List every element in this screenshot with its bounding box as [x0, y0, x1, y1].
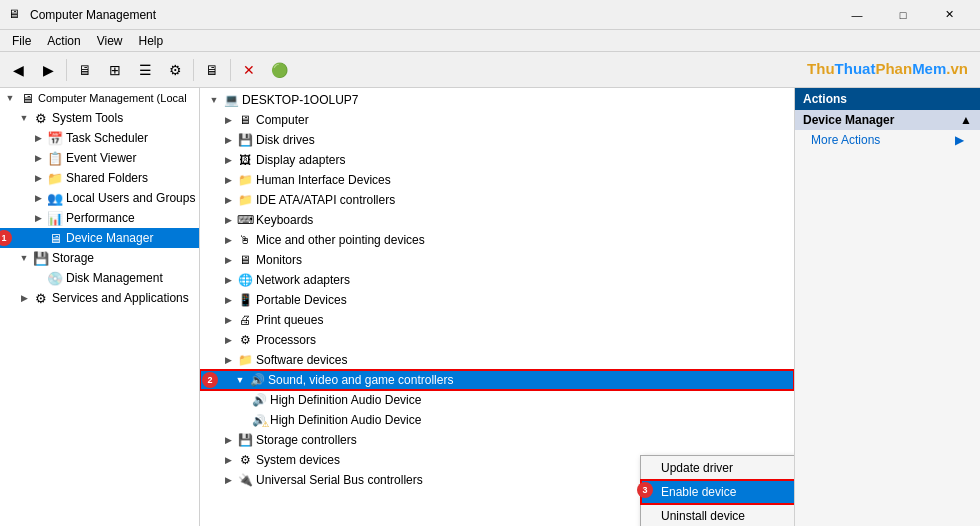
audio1-icon: 🔊 — [251, 392, 267, 408]
minimize-button[interactable]: — — [834, 0, 880, 30]
expand-icon: ▶ — [18, 293, 30, 303]
grid-button[interactable]: ⊞ — [101, 56, 129, 84]
tree-root[interactable]: ▼ 🖥 Computer Management (Local — [0, 88, 199, 108]
maximize-button[interactable]: □ — [880, 0, 926, 30]
tree-shared-folders[interactable]: ▶ 📁 Shared Folders — [0, 168, 199, 188]
dev-computer[interactable]: ▶ 🖥 Computer — [200, 110, 794, 130]
tree-services-label: Services and Applications — [52, 291, 189, 305]
tree-device-manager[interactable]: 1 🖥 Device Manager — [0, 228, 199, 248]
forward-button[interactable]: ▶ — [34, 56, 62, 84]
event-icon: 📋 — [47, 150, 63, 166]
titlebar: 🖥 Computer Management — □ ✕ — [0, 0, 980, 30]
dev-audio2[interactable]: 🔊⚠ High Definition Audio Device — [200, 410, 794, 430]
computer-icon: 🖥 — [19, 90, 35, 106]
action-section-device-manager[interactable]: Device Manager ▲ — [795, 110, 980, 130]
toolbar-separator — [66, 59, 67, 81]
dev-mice[interactable]: ▶ 🖱 Mice and other pointing devices — [200, 230, 794, 250]
expand-icon: ▼ — [4, 93, 16, 103]
desktop-icon: 💻 — [223, 92, 239, 108]
dev-software[interactable]: ▶ 📁 Software devices — [200, 350, 794, 370]
perf-icon: 📊 — [47, 210, 63, 226]
dev-processors[interactable]: ▶ ⚙ Processors — [200, 330, 794, 350]
refresh-button[interactable]: 🟢 — [265, 56, 293, 84]
right-panel: Actions Device Manager ▲ More Actions ▶ — [795, 88, 980, 526]
software-icon: 📁 — [237, 352, 253, 368]
expand-icon: ▶ — [222, 195, 234, 205]
menu-view[interactable]: View — [89, 32, 131, 50]
tree-disk-mgmt[interactable]: 💿 Disk Management — [0, 268, 199, 288]
action-more-actions[interactable]: More Actions ▶ — [795, 130, 980, 150]
dev-root[interactable]: ▼ 💻 DESKTOP-1OOLUP7 — [200, 90, 794, 110]
tree-shared-folders-label: Shared Folders — [66, 171, 148, 185]
expand-icon: ▶ — [222, 175, 234, 185]
ctx-update-driver[interactable]: Update driver — [641, 456, 795, 480]
ctx-uninstall-device[interactable]: Uninstall device — [641, 504, 795, 526]
actions-header: Actions — [795, 88, 980, 110]
keyboard-icon: ⌨ — [237, 212, 253, 228]
dev-network-label: Network adapters — [256, 273, 350, 287]
expand-icon: ▼ — [234, 375, 246, 385]
properties-button[interactable]: ⚙ — [161, 56, 189, 84]
tree-task-scheduler[interactable]: ▶ 📅 Task Scheduler — [0, 128, 199, 148]
tree-root-label: Computer Management (Local — [38, 92, 187, 104]
dev-keyboards[interactable]: ▶ ⌨ Keyboards — [200, 210, 794, 230]
delete-button[interactable]: ✕ — [235, 56, 263, 84]
dev-disk[interactable]: ▶ 💾 Disk drives — [200, 130, 794, 150]
expand-icon: ▶ — [222, 355, 234, 365]
computer-mgmt-button[interactable]: 🖥 — [71, 56, 99, 84]
expand-icon: ▶ — [222, 215, 234, 225]
tree-local-users[interactable]: ▶ 👥 Local Users and Groups — [0, 188, 199, 208]
tree-disk-mgmt-label: Disk Management — [66, 271, 163, 285]
badge-2: 2 — [202, 372, 218, 388]
badge-3: 3 — [637, 482, 653, 498]
expand-icon: ▼ — [18, 113, 30, 123]
dev-display-label: Display adapters — [256, 153, 345, 167]
dev-usb-label: Universal Serial Bus controllers — [256, 473, 423, 487]
expand-icon: ▼ — [18, 253, 30, 263]
app-icon: 🖥 — [8, 7, 24, 23]
monitor-button[interactable]: 🖥 — [198, 56, 226, 84]
left-panel: ▼ 🖥 Computer Management (Local ▼ ⚙ Syste… — [0, 88, 200, 526]
dev-print-label: Print queues — [256, 313, 323, 327]
computer-icon: 🖥 — [237, 112, 253, 128]
dev-hid[interactable]: ▶ 📁 Human Interface Devices — [200, 170, 794, 190]
dev-root-label: DESKTOP-1OOLUP7 — [242, 93, 358, 107]
expand-icon: ▶ — [222, 315, 234, 325]
audio2-icon: 🔊⚠ — [251, 412, 267, 428]
menu-file[interactable]: File — [4, 32, 39, 50]
tree-local-users-label: Local Users and Groups — [66, 191, 195, 205]
tree-storage[interactable]: ▼ 💾 Storage — [0, 248, 199, 268]
storage-ctrl-icon: 💾 — [237, 432, 253, 448]
expand-icon: ▶ — [222, 455, 234, 465]
badge-1: 1 — [0, 230, 12, 246]
tree-system-tools[interactable]: ▼ ⚙ System Tools — [0, 108, 199, 128]
tree-performance[interactable]: ▶ 📊 Performance — [0, 208, 199, 228]
tree-event-viewer[interactable]: ▶ 📋 Event Viewer — [0, 148, 199, 168]
menu-help[interactable]: Help — [131, 32, 172, 50]
expand-icon: ▶ — [222, 155, 234, 165]
dev-display[interactable]: ▶ 🖼 Display adapters — [200, 150, 794, 170]
dev-keyboards-label: Keyboards — [256, 213, 313, 227]
monitor-icon: 🖥 — [237, 252, 253, 268]
dev-network[interactable]: ▶ 🌐 Network adapters — [200, 270, 794, 290]
dev-print[interactable]: ▶ 🖨 Print queues — [200, 310, 794, 330]
dev-monitors-label: Monitors — [256, 253, 302, 267]
dev-monitors[interactable]: ▶ 🖥 Monitors — [200, 250, 794, 270]
action-section-arrow: ▲ — [960, 113, 972, 127]
expand-icon: ▶ — [32, 153, 44, 163]
expand-icon: ▶ — [222, 235, 234, 245]
window-controls: — □ ✕ — [834, 0, 972, 30]
list-button[interactable]: ☰ — [131, 56, 159, 84]
dev-storage-ctrl[interactable]: ▶ 💾 Storage controllers — [200, 430, 794, 450]
close-button[interactable]: ✕ — [926, 0, 972, 30]
dev-audio1[interactable]: 🔊 High Definition Audio Device — [200, 390, 794, 410]
tree-services[interactable]: ▶ ⚙ Services and Applications — [0, 288, 199, 308]
back-button[interactable]: ◀ — [4, 56, 32, 84]
dev-sound[interactable]: 2 ▼ 🔊 Sound, video and game controllers — [200, 370, 794, 390]
dev-ide[interactable]: ▶ 📁 IDE ATA/ATAPI controllers — [200, 190, 794, 210]
dev-portable[interactable]: ▶ 📱 Portable Devices — [200, 290, 794, 310]
ctx-enable-device[interactable]: 3 Enable device — [641, 480, 795, 504]
expand-icon: ▼ — [208, 95, 220, 105]
tree-event-viewer-label: Event Viewer — [66, 151, 136, 165]
menu-action[interactable]: Action — [39, 32, 88, 50]
